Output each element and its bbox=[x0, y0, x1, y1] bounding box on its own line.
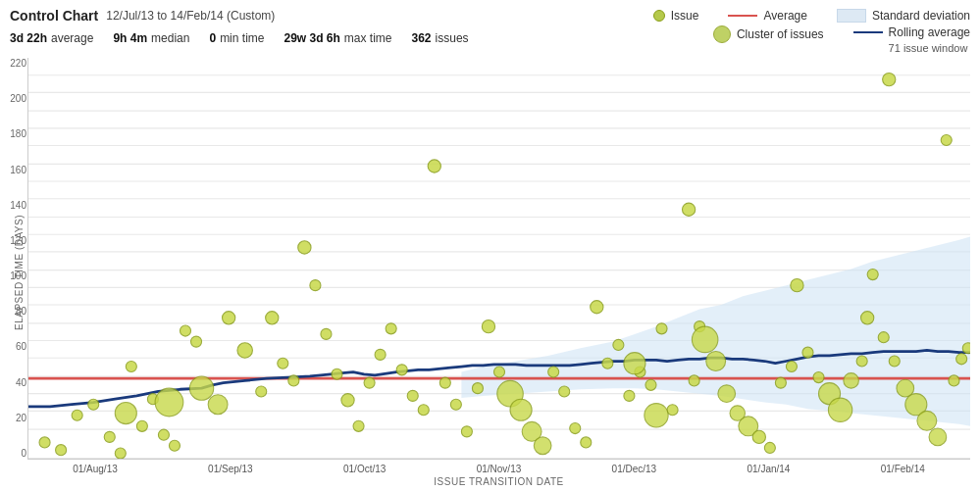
svg-point-111 bbox=[929, 428, 947, 446]
svg-point-115 bbox=[962, 343, 970, 354]
svg-point-29 bbox=[115, 448, 126, 459]
svg-point-100 bbox=[828, 398, 851, 421]
svg-point-28 bbox=[104, 431, 115, 442]
stat-issues: 362 issues bbox=[412, 31, 469, 45]
svg-point-77 bbox=[624, 390, 635, 401]
svg-point-35 bbox=[180, 325, 190, 336]
svg-point-67 bbox=[510, 399, 532, 420]
svg-point-107 bbox=[889, 356, 900, 367]
svg-point-31 bbox=[136, 420, 147, 431]
legend-rolling: Rolling average 71 issue window bbox=[853, 25, 970, 54]
svg-point-84 bbox=[682, 203, 695, 216]
legend-average: Average bbox=[728, 9, 806, 23]
svg-point-85 bbox=[689, 375, 699, 386]
svg-point-88 bbox=[706, 352, 726, 371]
svg-point-60 bbox=[439, 377, 450, 388]
x-label-aug: 01/Aug/13 bbox=[73, 464, 118, 474]
svg-point-57 bbox=[407, 390, 418, 401]
svg-point-51 bbox=[341, 394, 354, 407]
svg-point-76 bbox=[613, 339, 624, 350]
svg-point-49 bbox=[321, 328, 332, 339]
svg-point-36 bbox=[191, 336, 202, 347]
svg-point-62 bbox=[461, 426, 472, 437]
svg-point-72 bbox=[570, 423, 581, 434]
svg-point-24 bbox=[39, 437, 50, 448]
svg-point-34 bbox=[169, 440, 180, 451]
legend-issue: Issue bbox=[653, 9, 699, 23]
svg-point-42 bbox=[237, 343, 252, 358]
svg-point-56 bbox=[396, 365, 407, 375]
x-label-jan: 01/Jan/14 bbox=[747, 464, 790, 474]
svg-point-54 bbox=[375, 349, 386, 360]
svg-point-30 bbox=[126, 362, 136, 372]
svg-point-40 bbox=[208, 395, 228, 415]
x-label-dec: 01/Dec/13 bbox=[612, 464, 657, 474]
svg-point-47 bbox=[298, 241, 311, 254]
svg-point-69 bbox=[534, 437, 551, 455]
svg-point-61 bbox=[450, 399, 461, 410]
svg-point-97 bbox=[802, 347, 813, 358]
svg-point-83 bbox=[645, 404, 668, 427]
x-label-oct: 01/Oct/13 bbox=[343, 464, 386, 474]
svg-point-106 bbox=[883, 73, 896, 85]
svg-point-70 bbox=[548, 367, 559, 377]
svg-point-89 bbox=[718, 385, 736, 403]
x-label-nov: 01/Nov/13 bbox=[477, 464, 522, 474]
stat-min: 0 min time bbox=[209, 31, 264, 45]
svg-point-75 bbox=[602, 358, 613, 368]
svg-point-98 bbox=[813, 372, 824, 383]
chart-svg bbox=[28, 58, 970, 459]
chart-plot: 220 200 180 160 140 120 100 80 60 40 20 … bbox=[27, 58, 970, 460]
svg-point-95 bbox=[786, 362, 797, 372]
svg-point-96 bbox=[791, 279, 803, 292]
svg-point-46 bbox=[288, 375, 299, 386]
svg-point-59 bbox=[428, 160, 440, 172]
stat-median: 9h 4m median bbox=[113, 31, 189, 45]
svg-point-87 bbox=[692, 326, 717, 353]
x-label-sep: 01/Sep/13 bbox=[208, 464, 253, 474]
svg-point-74 bbox=[591, 301, 603, 314]
svg-point-71 bbox=[559, 386, 570, 397]
svg-point-110 bbox=[917, 411, 937, 430]
svg-point-92 bbox=[752, 430, 765, 443]
svg-point-103 bbox=[861, 312, 874, 324]
svg-point-105 bbox=[878, 332, 889, 343]
svg-point-65 bbox=[493, 367, 504, 377]
legend-issue-dot bbox=[653, 10, 665, 22]
svg-point-82 bbox=[624, 353, 645, 374]
chart-area: ELAPSED TIME (DAYS) 220 200 180 160 140 … bbox=[10, 58, 970, 487]
svg-point-114 bbox=[956, 354, 967, 365]
x-axis-title: ISSUE TRANSITION DATE bbox=[27, 476, 970, 487]
svg-point-25 bbox=[56, 445, 67, 456]
svg-point-73 bbox=[581, 437, 592, 448]
svg-point-64 bbox=[482, 320, 494, 333]
svg-point-43 bbox=[256, 386, 267, 397]
svg-point-50 bbox=[332, 368, 342, 379]
svg-point-38 bbox=[155, 388, 183, 417]
svg-point-45 bbox=[278, 358, 288, 368]
legend-average-line bbox=[728, 15, 757, 17]
svg-point-58 bbox=[418, 405, 429, 416]
chart-title: Control Chart bbox=[10, 8, 98, 24]
svg-point-93 bbox=[764, 442, 775, 453]
stat-average: 3d 22h average bbox=[10, 31, 93, 45]
svg-point-94 bbox=[775, 377, 786, 388]
svg-point-44 bbox=[266, 312, 279, 324]
svg-point-80 bbox=[656, 323, 667, 334]
svg-point-63 bbox=[472, 383, 483, 394]
svg-point-55 bbox=[386, 323, 396, 334]
svg-point-27 bbox=[88, 399, 99, 410]
legend-cluster: Cluster of issues bbox=[713, 25, 824, 43]
svg-point-52 bbox=[353, 420, 364, 431]
legend-rolling-line bbox=[853, 31, 883, 33]
svg-point-112 bbox=[941, 134, 952, 145]
svg-point-41 bbox=[223, 312, 235, 324]
x-label-feb: 01/Feb/14 bbox=[881, 464, 925, 474]
svg-point-53 bbox=[364, 377, 375, 388]
svg-point-26 bbox=[72, 410, 82, 420]
svg-point-79 bbox=[645, 379, 656, 390]
legend-std-dev-box bbox=[837, 9, 866, 23]
svg-point-102 bbox=[856, 356, 867, 367]
svg-point-48 bbox=[310, 280, 321, 291]
y-labels: 220 200 180 160 140 120 100 80 60 40 20 … bbox=[0, 58, 26, 459]
